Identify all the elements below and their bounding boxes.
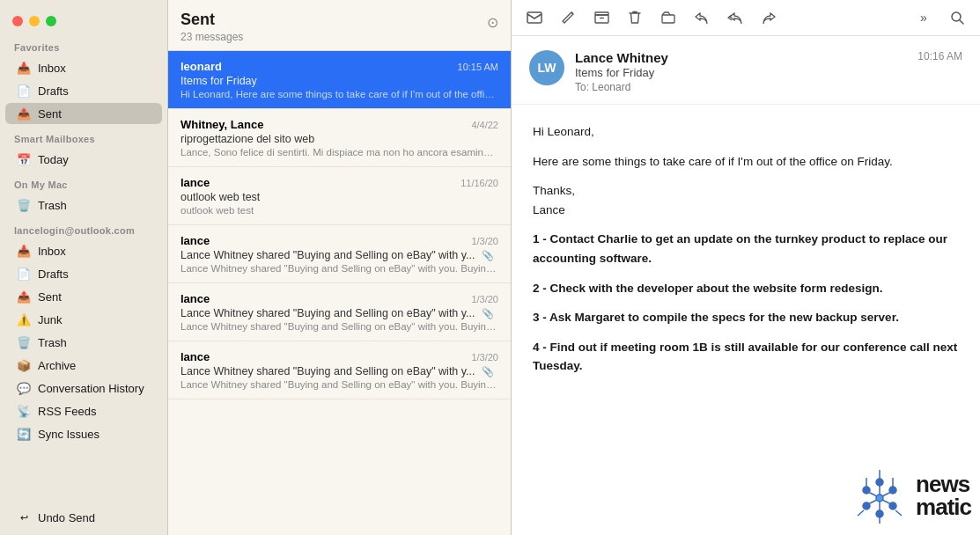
sidebar-item-conv-history[interactable]: 💬 Conversation History	[5, 377, 162, 399]
table-row[interactable]: lance 1/3/20 Lance Whitney shared "Buyin…	[168, 283, 511, 341]
message-time: 1/3/20	[471, 352, 498, 363]
search-button[interactable]	[947, 7, 968, 28]
attachment-icon: 📎	[482, 308, 494, 319]
drafts-icon: 📄	[16, 83, 32, 99]
mail-button[interactable]	[524, 7, 545, 28]
delete-button[interactable]	[624, 7, 645, 28]
inbox-icon: 📥	[16, 243, 32, 259]
rss-icon: 📡	[16, 403, 32, 419]
sidebar-item-archive[interactable]: 📦 Archive	[5, 355, 162, 376]
message-sender: lance	[181, 292, 210, 305]
message-list: leonard 10:15 AM Items for Friday Hi Leo…	[168, 51, 511, 535]
trash-icon: 🗑️	[16, 334, 32, 350]
message-preview: Lance Whitney shared "Buying and Selling…	[181, 321, 498, 332]
message-time: 1/3/20	[471, 294, 498, 304]
message-sender: Whitney, Lance	[181, 118, 263, 131]
svg-line-16	[882, 500, 891, 504]
message-time: 1/3/20	[471, 236, 498, 246]
smart-mailboxes-label: Smart Mailboxes	[0, 125, 167, 148]
sidebar-item-label: Today	[38, 153, 151, 166]
archive-button[interactable]	[591, 7, 612, 28]
svg-point-7	[876, 479, 883, 486]
email-meta: Lance Whitney Items for Friday To: Leona…	[575, 50, 907, 93]
reply-all-button[interactable]	[725, 7, 746, 28]
table-row[interactable]: lance 1/3/20 Lance Whitney shared "Buyin…	[168, 341, 511, 399]
message-preview: Lance Whitney shared "Buying and Selling…	[181, 263, 498, 274]
table-row[interactable]: Whitney, Lance 4/4/22 riprogettazione de…	[168, 109, 511, 167]
more-button[interactable]: »	[913, 7, 934, 28]
table-row[interactable]: leonard 10:15 AM Items for Friday Hi Leo…	[168, 51, 511, 109]
email-time: 10:16 AM	[917, 50, 962, 62]
undo-send-button[interactable]: ↩ Undo Send	[5, 507, 162, 528]
email-subject: Items for Friday	[575, 66, 907, 79]
sidebar-item-trash-mac[interactable]: 🗑️ Trash	[5, 194, 162, 216]
sidebar-item-rss[interactable]: 📡 RSS Feeds	[5, 400, 162, 421]
reading-pane: » LW Lance Whitney Items for Friday To: …	[512, 0, 980, 535]
sidebar-item-label: Sent	[38, 107, 151, 121]
message-sender: leonard	[181, 60, 222, 73]
sidebar-item-label: Archive	[38, 359, 151, 372]
message-list-header: Sent 23 messages ⊙	[168, 0, 511, 51]
folder-name: Sent	[181, 11, 243, 29]
watermark-text-2: matic	[916, 495, 971, 518]
junk-icon: ⚠️	[16, 311, 32, 327]
sidebar-item-label: Inbox	[38, 245, 151, 258]
message-sender: lance	[181, 234, 210, 247]
minimize-button[interactable]	[29, 16, 40, 26]
attachment-icon: 📎	[482, 250, 494, 260]
message-subject: Lance Whitney shared "Buying and Selling…	[181, 365, 498, 377]
sidebar-item-junk[interactable]: ⚠️ Junk	[5, 309, 162, 330]
table-row[interactable]: lance 11/16/20 outlook web test outlook …	[168, 167, 511, 225]
message-time: 10:15 AM	[458, 62, 498, 72]
maximize-button[interactable]	[46, 16, 56, 26]
undo-icon: ↩	[16, 509, 32, 525]
email-item-2: 2 - Check with the developer about the w…	[533, 279, 959, 298]
sidebar-item-label: Conversation History	[38, 382, 151, 395]
sidebar-item-drafts-acc[interactable]: 📄 Drafts	[5, 263, 162, 284]
sent-icon: 📤	[16, 289, 32, 304]
archive-icon: 📦	[16, 357, 32, 373]
message-time: 4/4/22	[471, 120, 498, 130]
sidebar-item-label: RSS Feeds	[38, 405, 151, 418]
sidebar-item-drafts-fav[interactable]: 📄 Drafts	[5, 80, 162, 101]
sort-icon[interactable]: ⊙	[487, 14, 498, 31]
message-preview: outlook web test	[181, 205, 498, 216]
email-to: To: Leonard	[575, 81, 907, 93]
table-row[interactable]: lance 1/3/20 Lance Whitney shared "Buyin…	[168, 225, 511, 283]
email-item-3: 3 - Ask Margaret to compile the specs fo…	[533, 308, 959, 327]
compose-button[interactable]	[557, 7, 578, 28]
close-button[interactable]	[12, 16, 23, 26]
watermark-logo: news matic	[849, 465, 971, 526]
email-greeting: Hi Leonard,	[533, 122, 959, 142]
reply-button[interactable]	[691, 7, 712, 28]
on-my-mac-label: On My Mac	[0, 171, 167, 194]
svg-line-18	[868, 500, 877, 504]
traffic-lights	[0, 7, 167, 33]
forward-button[interactable]	[758, 7, 779, 28]
sidebar-item-trash-acc[interactable]: 🗑️ Trash	[5, 332, 162, 353]
message-sender: lance	[181, 176, 210, 189]
favorites-label: Favorites	[0, 33, 167, 56]
sidebar-item-sync[interactable]: 🔄 Sync Issues	[5, 423, 162, 444]
message-subject: Lance Whitney shared "Buying and Selling…	[181, 249, 498, 261]
svg-line-19	[868, 492, 877, 496]
email-from-name: Lance Whitney	[575, 50, 907, 65]
sidebar-item-today[interactable]: 📅 Today	[5, 149, 162, 170]
svg-line-24	[895, 510, 902, 516]
today-icon: 📅	[16, 151, 32, 167]
email-header: LW Lance Whitney Items for Friday To: Le…	[512, 36, 980, 105]
sidebar-item-label: Drafts	[38, 268, 151, 281]
sidebar-item-sent-acc[interactable]: 📤 Sent	[5, 286, 162, 307]
move-button[interactable]	[658, 7, 679, 28]
message-subject: outlook web test	[181, 191, 498, 203]
trash-icon: 🗑️	[16, 197, 32, 213]
sidebar-item-inbox-acc[interactable]: 📥 Inbox	[5, 240, 162, 261]
email-item-1: 1 - Contact Charlie to get an update on …	[533, 230, 959, 268]
svg-rect-0	[527, 12, 542, 23]
message-preview: Lance, Sono felice di sentirti. Mi dispi…	[181, 147, 498, 158]
message-subject: Items for Friday	[181, 75, 498, 87]
watermark-text: news	[916, 473, 969, 495]
sidebar-item-sent-fav[interactable]: 📤 Sent	[5, 103, 162, 124]
avatar: LW	[529, 50, 564, 85]
sidebar-item-inbox-fav[interactable]: 📥 Inbox	[5, 57, 162, 78]
